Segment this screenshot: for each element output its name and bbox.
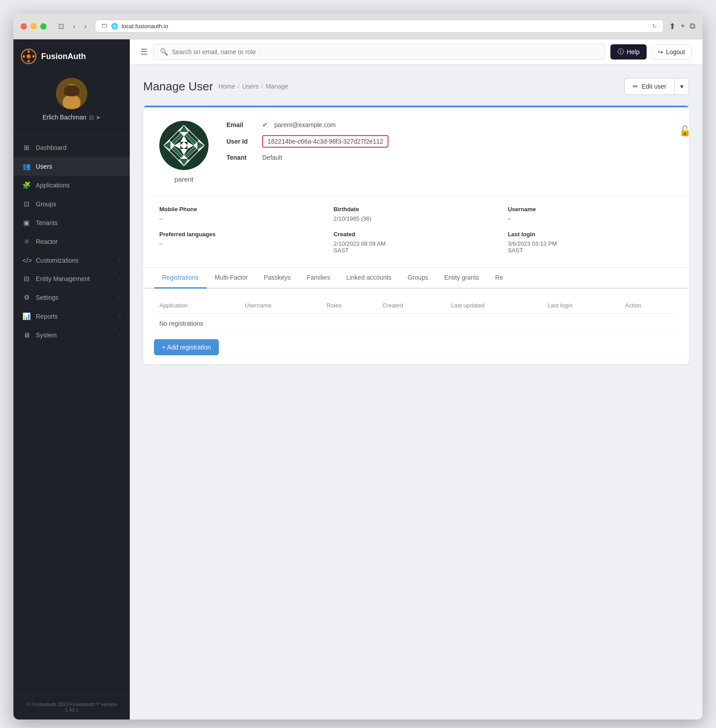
breadcrumb-home[interactable]: Home	[218, 83, 235, 90]
breadcrumb-users[interactable]: Users	[242, 83, 259, 90]
search-bar[interactable]: 🔍	[153, 44, 605, 60]
globe-icon: 🌐	[111, 23, 118, 30]
col-action: Action	[620, 298, 678, 314]
col-created: Created	[377, 298, 445, 314]
col-last-login: Last login	[542, 298, 620, 314]
col-last-updated: Last updated	[445, 298, 542, 314]
registrations-table: Application Username Roles Created Last …	[154, 298, 678, 334]
sidebar-item-system-label: System	[36, 332, 57, 339]
sidebar-item-users[interactable]: 👥 Users	[13, 157, 130, 176]
tab-linked-accounts[interactable]: Linked accounts	[338, 268, 400, 289]
table-empty-row: No registrations	[154, 314, 678, 334]
new-tab-btn[interactable]: +	[680, 21, 685, 31]
sidebar-item-tenants[interactable]: ▣ Tenants	[13, 213, 130, 232]
sidebar-item-dashboard[interactable]: ⊞ Dashboard	[13, 138, 130, 157]
back-btn[interactable]: ‹	[70, 21, 78, 31]
page-actions: ✏ Edit user ▾	[624, 78, 689, 95]
sidebar-footer: © FusionAuth 2023 FusionAuth™ version 1.…	[13, 694, 130, 719]
page-title-area: Manage User Home / Users / Manage	[143, 80, 288, 94]
traffic-lights	[21, 23, 47, 30]
no-registrations-message: No registrations	[154, 314, 678, 334]
refresh-icon[interactable]: ↻	[652, 23, 657, 30]
sidebar-item-reactor[interactable]: ⚛ Reactor	[13, 232, 130, 251]
preferred-languages-label: Preferred languages	[159, 231, 324, 238]
sidebar-item-customizations-label: Customizations	[36, 257, 79, 264]
sidebar-item-applications[interactable]: 🧩 Applications	[13, 176, 130, 195]
traffic-light-red[interactable]	[21, 23, 27, 30]
svg-point-1	[27, 55, 31, 59]
logout-icon: ↪	[658, 48, 663, 55]
user-avatar-svg	[162, 123, 206, 168]
tab-registrations[interactable]: Registrations	[154, 268, 207, 289]
edit-user-button[interactable]: ✏ Edit user	[624, 78, 674, 95]
edit-icon: ✏	[633, 83, 638, 90]
sidebar-item-groups[interactable]: ⊡ Groups	[13, 195, 130, 213]
avatar-image	[56, 78, 87, 109]
table-body: No registrations	[154, 314, 678, 334]
created-item: Created 2/10/2023 08:09 AM SAST	[333, 231, 499, 254]
customizations-icon: </>	[22, 256, 30, 264]
tab-multi-factor[interactable]: Multi-Factor	[207, 268, 256, 289]
chevron-down-icon: ▾	[680, 83, 683, 90]
tab-re[interactable]: Re	[487, 268, 511, 289]
address-bar[interactable]: 🛡 🌐 local.fusionauth.io ↻	[95, 20, 664, 33]
page-header: Manage User Home / Users / Manage ✏ Edit	[143, 78, 689, 95]
tab-passkeys[interactable]: Passkeys	[256, 268, 299, 289]
user-info-section: parent Email ✔ parent@example.com User I…	[143, 107, 689, 196]
tenant-value: Default	[262, 154, 282, 161]
tabs-section: Registrations Multi-Factor Passkeys Fami…	[143, 267, 689, 364]
user-avatar-large	[159, 121, 209, 170]
user-meta-grid: Mobile Phone – Birthdate 2/10/1985 (38) …	[143, 196, 689, 267]
svg-point-2	[27, 51, 30, 53]
sidebar-item-settings[interactable]: ⚙ Settings ‹	[13, 288, 130, 307]
sidebar-item-dashboard-label: Dashboard	[36, 144, 67, 151]
sidebar-item-reactor-label: Reactor	[36, 238, 58, 245]
topnav: ☰ 🔍 ⓘ Help ↪ Logout	[130, 39, 703, 64]
sidebar-item-entity-management[interactable]: ⊟ Entity Management ‹	[13, 269, 130, 288]
help-button[interactable]: ⓘ Help	[610, 44, 647, 60]
groups-icon: ⊡	[22, 200, 30, 208]
browser-window: ⊡ ‹ › 🛡 🌐 local.fusionauth.io ↻ ⬆ + ⧉	[13, 13, 703, 719]
tab-groups[interactable]: Groups	[400, 268, 436, 289]
col-application: Application	[154, 298, 239, 314]
tab-families[interactable]: Families	[299, 268, 338, 289]
hamburger-btn[interactable]: ☰	[141, 47, 148, 57]
user-avatar-section: parent	[159, 121, 209, 183]
email-verified-icon: ✔	[262, 121, 268, 129]
tenant-row: Tenant Default	[226, 154, 673, 161]
birthdate-label: Birthdate	[333, 206, 499, 213]
forward-btn[interactable]: ›	[81, 21, 89, 31]
col-roles: Roles	[321, 298, 377, 314]
username-label: Username	[508, 206, 673, 213]
users-icon: 👥	[22, 162, 30, 170]
breadcrumb-sep-1: /	[238, 83, 239, 90]
share-btn[interactable]: ⬆	[669, 21, 676, 31]
logout-button[interactable]: ↪ Logout	[651, 44, 692, 60]
browser-titlebar: ⊡ ‹ › 🛡 🌐 local.fusionauth.io ↻ ⬆ + ⧉	[13, 13, 703, 39]
traffic-light-yellow[interactable]	[30, 23, 37, 30]
tab-entity-grants[interactable]: Entity grants	[436, 268, 487, 289]
user-avatar	[56, 78, 87, 109]
sidebar-item-tenants-label: Tenants	[36, 219, 58, 226]
search-input[interactable]	[172, 48, 598, 55]
sidebar-item-customizations[interactable]: </> Customizations ‹	[13, 251, 130, 269]
browser-actions: ⬆ + ⧉	[669, 21, 695, 31]
sidebar-item-settings-label: Settings	[36, 294, 59, 301]
dashboard-icon: ⊞	[22, 144, 30, 152]
col-username: Username	[239, 298, 321, 314]
sidebar-item-reports[interactable]: 📊 Reports ‹	[13, 307, 130, 326]
system-arrow: ‹	[119, 332, 121, 338]
security-icon: 🛡	[102, 23, 107, 30]
sidebar-item-entity-management-label: Entity Management	[36, 275, 90, 282]
preferred-languages-item: Preferred languages –	[159, 231, 324, 254]
tabs-btn[interactable]: ⧉	[690, 21, 695, 31]
sidebar-item-system[interactable]: 🖥 System ‹	[13, 326, 130, 344]
add-registration-button[interactable]: + Add registration	[154, 339, 219, 355]
table-head: Application Username Roles Created Last …	[154, 298, 678, 314]
birthdate-value: 2/10/1985 (38)	[333, 215, 499, 222]
edit-dropdown-button[interactable]: ▾	[674, 78, 689, 95]
reports-icon: 📊	[22, 312, 30, 320]
svg-point-4	[23, 55, 25, 57]
sidebar-toggle-btn[interactable]: ⊡	[55, 21, 67, 31]
traffic-light-green[interactable]	[40, 23, 47, 30]
